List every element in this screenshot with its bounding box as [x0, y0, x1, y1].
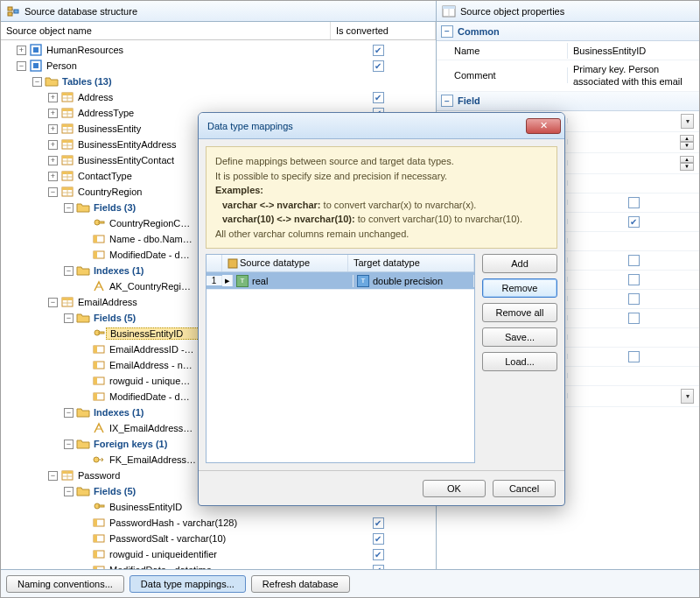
remove-button[interactable]: Remove	[482, 278, 557, 298]
field-prop-value[interactable]: ▾	[568, 111, 699, 131]
property-checkbox[interactable]	[628, 216, 640, 228]
collapse-icon[interactable]: −	[48, 187, 58, 197]
property-checkbox[interactable]	[628, 197, 640, 208]
spin-buttons[interactable]: ▲▼	[680, 156, 694, 171]
expand-icon[interactable]: +	[48, 172, 58, 181]
field-prop-value[interactable]	[568, 373, 699, 378]
tree-label: rowguid - uniqueidentifier	[106, 549, 326, 559]
expand-icon[interactable]: +	[17, 46, 26, 55]
mapping-row[interactable]: 1▸TrealTdouble precision	[206, 272, 474, 290]
folder-icon	[76, 311, 90, 325]
col-source-object-name[interactable]: Source object name	[1, 22, 331, 39]
group-common[interactable]: − Common	[437, 22, 699, 41]
expand-icon[interactable]: +	[48, 109, 58, 118]
target-datatype-cell[interactable]: Tdouble precision	[354, 275, 474, 287]
grid-header-source[interactable]: Source datatype	[222, 255, 348, 271]
load-button[interactable]: Load...	[482, 352, 557, 371]
collapse-icon[interactable]: −	[64, 266, 74, 276]
field-prop-value[interactable]	[568, 238, 699, 243]
property-checkbox[interactable]	[628, 313, 640, 324]
field-prop-value[interactable]	[568, 194, 699, 211]
prop-name-label: Name	[437, 43, 568, 59]
field-prop-value[interactable]: ▲▼	[568, 153, 699, 173]
svg-rect-77	[228, 259, 237, 268]
field-prop-value[interactable]	[568, 214, 699, 230]
field-prop-value[interactable]	[568, 334, 699, 340]
expand-icon[interactable]: +	[48, 140, 58, 150]
collapse-icon[interactable]: −	[64, 440, 74, 449]
spin-buttons[interactable]: ▲▼	[680, 135, 694, 150]
group-common-label: Common	[458, 26, 500, 37]
property-checkbox[interactable]	[628, 293, 640, 305]
collapse-icon[interactable]: −	[441, 25, 453, 38]
data-type-mappings-button[interactable]: Data type mappings...	[130, 575, 246, 593]
collapse-icon[interactable]: −	[48, 298, 58, 307]
is-converted-checkbox[interactable]	[373, 45, 384, 56]
dropdown-button[interactable]: ▾	[681, 114, 694, 129]
col-is-converted[interactable]: Is converted	[331, 22, 436, 39]
dialog-titlebar[interactable]: Data type mappings ✕	[199, 113, 564, 139]
collapse-icon[interactable]: −	[64, 203, 74, 213]
close-button[interactable]: ✕	[526, 118, 561, 134]
prop-name-value[interactable]: BusinessEntityID	[568, 43, 699, 59]
expand-icon[interactable]: +	[48, 156, 58, 165]
prop-comment-row: Comment Primary key. Person associated w…	[437, 60, 699, 92]
save-button[interactable]: Save...	[482, 327, 557, 347]
mapping-grid[interactable]: Source datatype Target datatype 1▸TrealT…	[206, 254, 475, 463]
tree-row[interactable]: PasswordSalt - varchar(10)	[1, 531, 436, 546]
svg-rect-0	[8, 7, 12, 11]
collapse-icon[interactable]: −	[64, 408, 74, 418]
dropdown-button[interactable]: ▾	[681, 389, 694, 404]
ok-button[interactable]: OK	[423, 480, 486, 497]
is-converted-checkbox[interactable]	[373, 60, 384, 72]
property-checkbox[interactable]	[628, 255, 640, 266]
remove-all-button[interactable]: Remove all	[482, 303, 557, 322]
add-button[interactable]: Add	[482, 254, 557, 273]
collapse-icon[interactable]: −	[441, 95, 453, 107]
field-prop-value[interactable]	[568, 348, 699, 365]
field-prop-value[interactable]	[568, 180, 699, 186]
svg-rect-51	[94, 346, 97, 353]
field-prop-value[interactable]	[568, 252, 699, 269]
property-checkbox[interactable]	[628, 351, 640, 362]
field-prop-value[interactable]: ▲▼	[568, 132, 699, 152]
is-converted-checkbox[interactable]	[373, 533, 384, 545]
collapse-icon[interactable]: −	[32, 77, 42, 87]
property-checkbox[interactable]	[628, 274, 640, 285]
collapse-icon[interactable]: −	[48, 471, 58, 481]
tree-row[interactable]: ModifiedDate - datetime	[1, 562, 436, 569]
svg-rect-40	[94, 236, 97, 243]
tree-label: PasswordHash - varchar(128)	[106, 517, 326, 528]
source-datatype-cell[interactable]: Treal	[233, 275, 354, 287]
tree-row[interactable]: −Tables (13)	[1, 74, 436, 89]
is-converted-checkbox[interactable]	[373, 92, 384, 103]
cancel-button[interactable]: Cancel	[493, 480, 556, 497]
tree-row[interactable]: PasswordHash - varchar(128)	[1, 515, 436, 531]
naming-conventions-button[interactable]: Naming conventions...	[6, 575, 124, 593]
close-icon: ✕	[540, 120, 548, 131]
tree-row[interactable]: +Address	[1, 89, 436, 105]
prop-comment-value[interactable]: Primary key. Person associated with this…	[568, 60, 699, 91]
refresh-database-button[interactable]: Refresh database	[251, 575, 350, 593]
collapse-icon[interactable]: −	[17, 61, 26, 71]
group-field[interactable]: − Field	[437, 92, 699, 111]
schema-icon	[29, 43, 43, 57]
field-prop-value[interactable]	[568, 310, 699, 327]
expand-icon[interactable]: +	[48, 93, 58, 102]
collapse-icon[interactable]: −	[64, 313, 74, 323]
grid-header-target[interactable]: Target datatype	[348, 255, 474, 271]
tree-row[interactable]: −Person	[1, 58, 436, 74]
field-prop-value[interactable]	[568, 271, 699, 288]
field-prop-value[interactable]	[568, 291, 699, 307]
is-converted-checkbox[interactable]	[373, 517, 384, 529]
tree-row[interactable]: +HumanResources	[1, 42, 436, 58]
bottom-toolbar: Naming conventions... Data type mappings…	[1, 569, 699, 597]
datatype-icon: T	[357, 275, 369, 287]
is-converted-checkbox[interactable]	[373, 549, 384, 560]
expand-icon[interactable]: +	[48, 124, 58, 134]
folder-icon	[76, 405, 90, 419]
collapse-icon[interactable]: −	[64, 487, 74, 496]
tree-row[interactable]: rowguid - uniqueidentifier	[1, 546, 436, 562]
field-prop-value[interactable]: ▾	[568, 386, 699, 406]
dialog-title-text: Data type mappings	[207, 121, 293, 131]
